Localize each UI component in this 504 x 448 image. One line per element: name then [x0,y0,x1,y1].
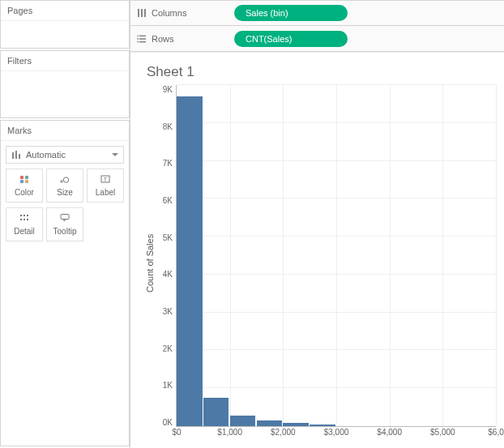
bar[interactable] [310,425,335,426]
left-sidebar: Pages Filters Marks Automatic [0,0,130,448]
chart-plot[interactable]: $0$1,000$2,000$3,000$4,000$5,000$6,0 [176,85,496,427]
rows-shelf[interactable]: Rows CNT(Sales) [130,26,504,52]
rows-pill[interactable]: CNT(Sales) [234,31,348,47]
tooltip-button[interactable]: Tooltip [46,207,83,241]
columns-pill-label: Sales (bin) [246,8,288,18]
pages-title: Pages [1,1,129,21]
x-tick-label: $4,000 [377,428,402,437]
mark-type-label: Automatic [26,150,66,160]
filters-title: Filters [1,51,129,71]
svg-rect-17 [61,215,69,220]
svg-rect-15 [23,219,25,220]
svg-point-25 [137,38,139,40]
y-tick-label: 3K [163,307,173,316]
columns-pill[interactable]: Sales (bin) [234,5,348,21]
svg-rect-21 [139,35,146,36]
rows-icon [137,34,147,44]
y-axis-title: Count of Sales [143,85,156,442]
svg-point-24 [137,35,139,36]
color-button[interactable]: Color [6,169,43,203]
columns-icon [137,8,147,18]
x-axis-ticks: $0$1,000$2,000$3,000$4,000$5,000$6,0 [177,428,496,439]
svg-point-26 [137,41,139,42]
svg-rect-12 [23,215,25,216]
x-tick-label: $2,000 [271,428,296,437]
bar[interactable] [203,398,229,426]
x-tick-label: $3,000 [324,428,349,437]
svg-point-6 [25,180,29,184]
y-tick-label: 6K [163,196,173,205]
x-tick-label: $1,000 [217,428,242,437]
svg-rect-18 [138,9,139,17]
marks-title: Marks [1,121,129,141]
svg-rect-14 [20,219,22,220]
columns-label: Columns [152,8,186,18]
svg-rect-22 [139,38,146,40]
marks-card: Marks Automatic [0,120,130,446]
svg-rect-1 [15,151,17,159]
svg-point-8 [63,177,68,182]
svg-point-3 [20,176,24,180]
chevron-down-icon [112,153,118,156]
color-label: Color [15,188,34,197]
bar[interactable] [230,416,256,426]
y-tick-label: 1K [163,381,173,390]
svg-point-4 [25,176,29,180]
label-icon: T [100,174,111,186]
bar[interactable] [283,423,309,426]
pages-shelf[interactable]: Pages [0,0,130,49]
size-icon [59,174,70,186]
color-icon [19,174,30,186]
label-label: Label [96,188,115,197]
svg-rect-2 [19,154,20,159]
detail-label: Detail [14,227,35,236]
y-tick-label: 9K [163,85,173,94]
svg-rect-20 [144,9,146,17]
y-axis-ticks: 9K8K7K6K5K4K3K2K1K0K [156,85,176,442]
rows-label: Rows [152,34,174,44]
svg-point-5 [20,180,24,184]
x-tick-label: $6,0 [488,428,503,437]
y-tick-label: 0K [163,418,173,427]
columns-shelf[interactable]: Columns Sales (bin) [130,0,504,26]
detail-button[interactable]: Detail [6,207,43,241]
label-button[interactable]: T Label [87,169,124,203]
y-tick-label: 8K [163,122,173,131]
svg-rect-11 [20,215,22,216]
automatic-icon [11,150,21,160]
y-tick-label: 5K [163,233,173,242]
y-tick-label: 7K [163,159,173,168]
size-label: Size [57,188,72,197]
bar[interactable] [257,420,283,426]
svg-rect-13 [27,215,28,216]
svg-text:T: T [104,177,108,182]
detail-icon [19,213,30,224]
x-tick-label: $5,000 [430,428,455,437]
rows-pill-label: CNT(Sales) [246,34,292,44]
bar[interactable] [177,96,203,426]
tooltip-label: Tooltip [53,227,77,236]
svg-rect-16 [27,219,28,220]
mark-type-dropdown[interactable]: Automatic [6,146,124,164]
svg-rect-19 [141,9,143,17]
x-tick-label: $0 [172,428,181,437]
filters-shelf[interactable]: Filters [0,50,130,118]
svg-rect-0 [12,152,14,159]
svg-rect-23 [139,41,146,42]
sheet-title[interactable]: Sheet 1 [147,64,496,80]
size-button[interactable]: Size [46,169,83,203]
tooltip-icon [59,213,70,224]
worksheet: Sheet 1 Count of Sales 9K8K7K6K5K4K3K2K1… [130,52,504,448]
y-tick-label: 4K [163,270,173,279]
svg-point-7 [61,181,62,182]
y-tick-label: 2K [163,344,173,353]
